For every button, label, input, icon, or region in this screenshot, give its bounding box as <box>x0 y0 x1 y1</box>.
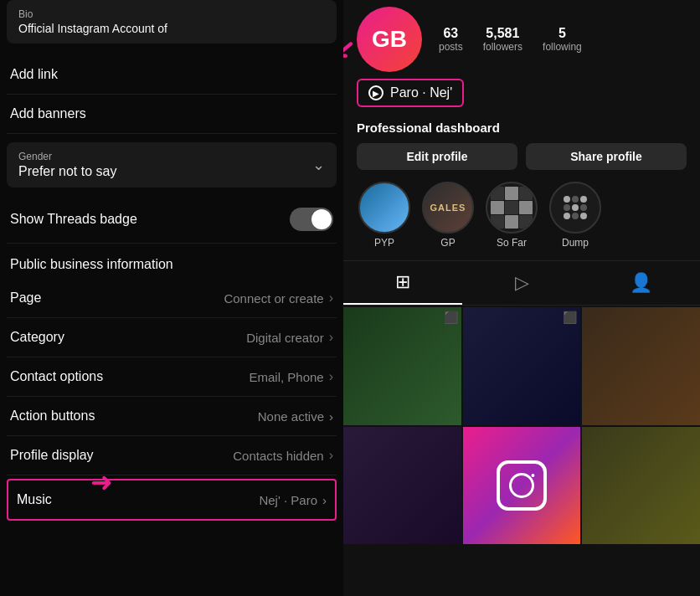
highlight-gp[interactable]: GALES GP <box>422 182 474 249</box>
posts-stat: 63 posts <box>439 26 463 53</box>
profile-action-buttons: Edit profile Share profile <box>357 143 687 170</box>
highlight-sofar-label: So Far <box>497 237 527 249</box>
add-banners-item[interactable]: Add banners <box>7 95 337 134</box>
profile-display-row[interactable]: Profile display Contacts hidden › ➜ <box>7 436 337 475</box>
music-label: Music <box>17 492 52 507</box>
music-chevron-icon: › <box>322 493 327 507</box>
video-badge-1: ⬛ <box>444 311 458 324</box>
category-chevron-icon: › <box>329 330 333 345</box>
highlight-sofar-circle <box>486 182 538 234</box>
bio-label: Bio <box>18 8 325 20</box>
followers-stat: 5,581 followers <box>483 26 522 53</box>
name-badge-row: ➜ ▶ Paro · Nej' <box>357 79 687 107</box>
gender-dropdown[interactable]: Gender Prefer not to say ⌄ <box>7 142 337 188</box>
threads-badge-row: Show Threads badge <box>7 196 337 244</box>
page-label: Page <box>10 290 41 306</box>
add-link-item[interactable]: Add link <box>7 55 337 95</box>
photo-cell-4[interactable] <box>343 427 461 545</box>
page-chevron-icon: › <box>329 290 333 306</box>
highlight-dump-label: Dump <box>562 237 589 249</box>
photo-cell-2[interactable]: ⬛ <box>463 307 581 425</box>
highlight-gp-circle: GALES <box>422 182 474 234</box>
right-panel: GB 63 posts 5,581 followers 5 following <box>343 0 700 596</box>
highlight-pyp-circle <box>358 182 410 234</box>
profile-display-value: Contacts hidden <box>233 449 323 463</box>
highlight-pyp[interactable]: PYP <box>358 182 410 249</box>
tab-bar: ⊞ ▷ 👤 <box>343 260 700 306</box>
posts-count: 63 <box>439 26 463 41</box>
category-value: Digital creator <box>246 331 324 345</box>
following-label: following <box>543 41 582 53</box>
photo-cell-5[interactable] <box>463 427 581 545</box>
highlight-sofar[interactable]: So Far <box>486 182 538 249</box>
gender-value: Prefer not to say <box>18 164 116 179</box>
threads-badge-label: Show Threads badge <box>10 212 137 227</box>
followers-count: 5,581 <box>483 26 522 41</box>
contact-chevron-icon: › <box>329 369 333 384</box>
action-buttons-row[interactable]: Action buttons None active › <box>7 397 337 436</box>
contact-options-value: Email, Phone <box>249 370 323 384</box>
tab-grid[interactable]: ⊞ <box>343 261 462 305</box>
instagram-logo-icon <box>497 460 547 511</box>
toggle-knob <box>311 209 332 229</box>
grid-icon: ⊞ <box>395 271 410 293</box>
highlight-dump[interactable]: Dump <box>549 182 601 249</box>
profile-header: GB 63 posts 5,581 followers 5 following <box>343 0 700 249</box>
page-row[interactable]: Page Connect or create › <box>7 279 337 318</box>
profile-display-chevron-icon: › <box>329 448 333 463</box>
tab-tagged[interactable]: 👤 <box>581 261 700 305</box>
page-value: Connect or create <box>224 291 323 306</box>
following-count: 5 <box>543 26 582 41</box>
play-icon: ▶ <box>368 85 383 100</box>
gender-label: Gender <box>18 151 116 162</box>
bio-text: Official Instagram Account of <box>18 22 325 35</box>
photo-cell-6[interactable] <box>582 427 700 545</box>
highlight-dump-circle <box>549 182 601 234</box>
photo-cell-3[interactable] <box>582 307 700 425</box>
highlight-pyp-label: PYP <box>374 237 394 249</box>
music-row[interactable]: Music Nej' · Paro › <box>7 479 337 521</box>
edit-profile-button[interactable]: Edit profile <box>357 143 517 170</box>
tab-reels[interactable]: ▷ <box>462 261 581 305</box>
bio-section[interactable]: Bio Official Instagram Account of <box>7 0 337 44</box>
action-buttons-value: None active <box>258 409 324 424</box>
action-buttons-chevron-icon: › <box>329 409 333 424</box>
video-badge-2: ⬛ <box>563 311 577 324</box>
name-badge: ▶ Paro · Nej' <box>357 79 464 107</box>
public-business-header: Public business information <box>7 244 337 279</box>
highlights-row: PYP GALES GP So Far <box>357 182 687 249</box>
profile-display-label: Profile display <box>10 448 94 463</box>
share-profile-button[interactable]: Share profile <box>526 143 687 170</box>
following-stat: 5 following <box>543 26 582 53</box>
avatar-stats-row: GB 63 posts 5,581 followers 5 following <box>357 7 687 72</box>
followers-label: followers <box>483 41 522 53</box>
photos-grid: ⬛ ⬛ <box>343 307 700 544</box>
reels-icon: ▷ <box>515 272 529 294</box>
name-text: Paro · Nej' <box>390 85 452 100</box>
tagged-icon: 👤 <box>630 272 652 294</box>
gender-chevron-down-icon: ⌄ <box>312 156 325 174</box>
stats-row: 63 posts 5,581 followers 5 following <box>439 26 582 53</box>
category-label: Category <box>10 330 64 345</box>
threads-badge-toggle[interactable] <box>290 208 333 231</box>
photo-cell-1[interactable]: ⬛ <box>343 307 461 425</box>
avatar: GB <box>357 7 422 72</box>
contact-options-label: Contact options <box>10 369 103 384</box>
posts-label: posts <box>439 41 463 53</box>
category-row[interactable]: Category Digital creator › <box>7 318 337 357</box>
left-panel: Bio Official Instagram Account of Add li… <box>0 0 343 596</box>
professional-dashboard[interactable]: Professional dashboard <box>357 114 687 143</box>
contact-options-row[interactable]: Contact options Email, Phone › <box>7 357 337 397</box>
highlight-gp-label: GP <box>440 237 455 249</box>
music-value: Nej' · Paro <box>259 493 317 507</box>
action-buttons-label: Action buttons <box>10 408 95 424</box>
